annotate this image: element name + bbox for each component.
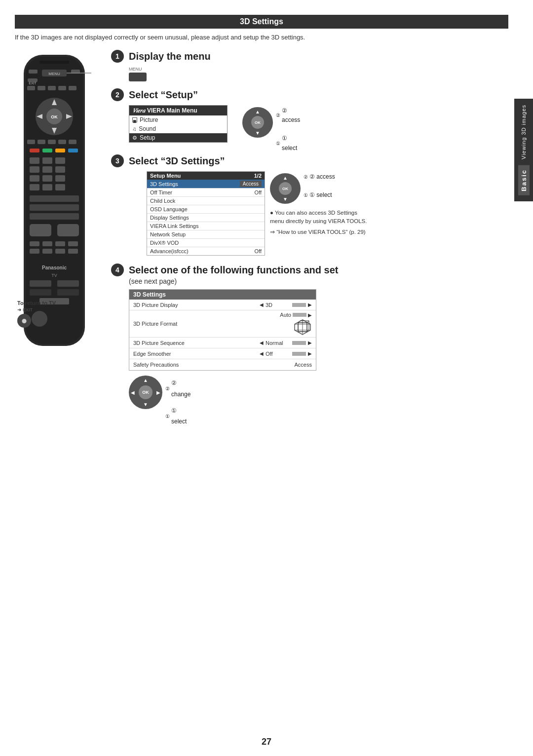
svg-rect-11 (48, 86, 56, 90)
step3-title: Select “3D Settings” (129, 155, 225, 167)
step4-subtitle: (see next page) (129, 277, 508, 285)
svg-rect-47 (30, 241, 39, 246)
step4-row-sequence-val: ◀ Normal ▶ (260, 340, 312, 346)
step3-row-advance: Advance(isfccc) Off (147, 247, 265, 255)
step3-access-label: ② ② access (304, 172, 335, 182)
svg-rect-9 (27, 86, 35, 90)
step2-menu-row-sound: ♫ Sound (129, 124, 227, 133)
content-area: MENU EXIT O (15, 50, 508, 409)
svg-text:OK: OK (51, 114, 58, 119)
svg-text:TV: TV (51, 273, 57, 278)
step3-right: ▲ ▼ OK ② ② access ① ① select (270, 173, 369, 236)
page-title: 3D Settings (15, 15, 508, 29)
side-tab-bottom-label: Basic (518, 165, 530, 195)
step4-row-display: 3D Picture Display ◀ 3D ▶ (129, 300, 316, 310)
step4-format-right: Auto ▶ (280, 312, 312, 336)
step4-row-safety: Safety Precautions Access (129, 359, 316, 370)
svg-rect-60 (57, 289, 79, 296)
step3-dpad-up: ▲ (283, 175, 288, 181)
svg-rect-34 (42, 166, 52, 173)
step2-menu-row-setup: ⚙ Setup (129, 133, 227, 142)
svg-rect-32 (55, 157, 65, 164)
svg-rect-33 (30, 166, 39, 173)
svg-rect-5 (29, 70, 38, 74)
step3-setup-table: Setup Menu 1/2 3D Settings Access Off Ti… (147, 171, 265, 256)
to-return-text: To return to TV (17, 300, 56, 306)
step3-circle: 3 (111, 154, 124, 167)
bottom-dpad-right: ▶ (156, 390, 160, 395)
step3-ok-btn[interactable]: OK (279, 182, 292, 195)
step4-circle: 4 (111, 264, 124, 276)
svg-rect-39 (30, 184, 39, 190)
step2-access-label: ② ② access (276, 106, 300, 125)
svg-rect-25 (69, 140, 76, 144)
svg-rect-29 (68, 149, 78, 152)
step3-row-display: Display Settings (147, 214, 265, 222)
step3-row-osdlang: OSD Language (147, 205, 265, 214)
svg-rect-38 (55, 175, 65, 182)
step2-title: Select “Setup” (129, 89, 198, 101)
step4-row-edge-val: ◀ Off ▶ (260, 351, 312, 357)
svg-rect-28 (55, 149, 65, 152)
step2-circle: 2 (111, 88, 124, 101)
step2-menu-table: 𝑉𝑖𝑒𝑟𝑎 VIERA Main Menu ■ Picture ♫ Sound … (129, 105, 228, 143)
menu-button-icon (129, 73, 147, 81)
svg-rect-23 (48, 140, 56, 144)
viera-logo: 𝑉𝑖𝑒𝑟𝑎 (132, 107, 145, 114)
svg-rect-54 (68, 249, 78, 254)
svg-text:EXIT: EXIT (29, 81, 37, 85)
step3-row-offtimer: Off Timer Off (147, 189, 265, 197)
svg-rect-45 (30, 224, 51, 236)
step3-select-label: ① ① select (304, 190, 335, 200)
main-content: 3D Settings If the 3D images are not dis… (15, 15, 508, 736)
bottom-change-label: ② ② change (165, 378, 190, 400)
svg-rect-52 (42, 249, 52, 254)
dpad-ok[interactable]: OK (251, 116, 264, 129)
step3-row-divx: DivX® VOD (147, 239, 265, 247)
svg-rect-46 (57, 224, 79, 236)
bar-indicator2 (293, 313, 306, 317)
bottom-dpad-left: ◀ (131, 390, 135, 395)
svg-rect-26 (30, 149, 39, 152)
step4-heading: 4 Select one of the following functions … (111, 264, 508, 276)
svg-rect-12 (58, 86, 66, 90)
step2-block: 𝑉𝑖𝑒𝑟𝑎 VIERA Main Menu ■ Picture ♫ Sound … (111, 105, 508, 148)
step3-menu-wrap: Setup Menu 1/2 3D Settings Access Off Ti… (129, 171, 265, 259)
picture-icon: ■ (132, 117, 137, 122)
step1-title: Display the menu (129, 51, 211, 62)
step4-row-format: 3D Picture Format Auto ▶ (129, 310, 316, 338)
step3-labels: ② ② access ① ① select (304, 172, 335, 200)
exit-arrow: ➜ EXIT (17, 307, 56, 312)
step3-heading: 3 Select “3D Settings” (111, 154, 508, 167)
step4-title: Select one of the following functions an… (129, 265, 338, 276)
side-tab-top-label: Viewing 3D images (521, 105, 527, 159)
svg-rect-40 (42, 184, 52, 190)
step4-row-display-val: ◀ 3D ▶ (260, 302, 312, 308)
bottom-ok-area: ▲ ▼ ◀ ▶ OK ② ② change ① ① select (129, 376, 508, 409)
step1-heading: 1 Display the menu (111, 50, 508, 63)
svg-rect-59 (30, 289, 51, 296)
bottom-select-label: ① ① select (165, 405, 190, 428)
svg-rect-49 (55, 241, 65, 246)
remote-column: MENU EXIT O (15, 50, 101, 409)
bar-indicator4 (292, 352, 306, 356)
exit-button[interactable]: ⬤ (17, 314, 31, 328)
intro-text: If the 3D images are not displayed corre… (15, 34, 508, 41)
setup-icon: ⚙ (132, 135, 137, 141)
step4-3d-table: 3D Settings 3D Picture Display ◀ 3D ▶ 3D… (129, 289, 316, 371)
steps-column: 1 Display the menu MENU 2 Select “Setup” (101, 50, 508, 409)
svg-rect-24 (58, 140, 66, 144)
svg-rect-13 (69, 86, 76, 90)
exit-label: EXIT (23, 307, 33, 312)
step3-row-vieralink: VIERA Link Settings (147, 222, 265, 230)
bottom-ok-btn[interactable]: OK (139, 385, 152, 399)
bar-indicator3 (292, 341, 306, 345)
step2-select-label: ① ① select (276, 134, 300, 152)
svg-rect-2 (39, 61, 69, 64)
step3-layout: Setup Menu 1/2 3D Settings Access Off Ti… (111, 171, 508, 259)
step4-row-sequence: 3D Picture Sequence ◀ Normal ▶ (129, 338, 316, 348)
dpad-up: ▲ (255, 109, 260, 114)
step1-circle: 1 (111, 50, 124, 63)
svg-rect-22 (38, 140, 45, 144)
step3-okpad-area: ▲ ▼ OK ② ② access ① ① select (270, 173, 369, 204)
